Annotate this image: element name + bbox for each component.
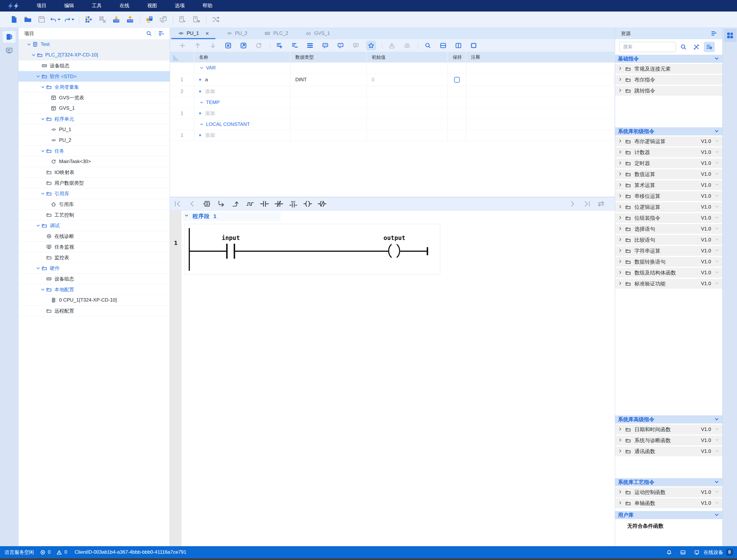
resource-section-header[interactable]: 系统库工艺指令 [615, 478, 722, 486]
chevron-right-icon[interactable] [618, 150, 623, 155]
data-type-cell[interactable] [290, 130, 367, 141]
nav-last-icon[interactable] [581, 199, 592, 209]
initial-value-cell[interactable] [367, 130, 448, 141]
tree-item-0 CPU_1[T324-XP-CD-10][interactable]: 0 CPU_1[T324-XP-CD-10] [18, 295, 170, 306]
chevron-down-icon[interactable] [184, 213, 190, 219]
expand-all-icon[interactable] [710, 29, 718, 38]
version-dropdown-icon[interactable] [715, 215, 720, 221]
search-icon[interactable] [423, 41, 433, 50]
select-all-corner[interactable] [170, 52, 194, 63]
chevron-down-icon[interactable] [714, 417, 719, 422]
dropdown-caret-icon[interactable] [58, 19, 61, 20]
version-dropdown-icon[interactable] [715, 150, 720, 155]
resource-item-标准验证功能[interactable]: 标准验证功能V1.0 [615, 279, 722, 289]
resource-item-系统与诊断函数[interactable]: 系统与诊断函数V1.0 [615, 436, 722, 445]
find-references-icon[interactable] [402, 41, 412, 50]
chevron-right-icon[interactable] [618, 501, 623, 506]
chevron-down-icon[interactable] [199, 65, 204, 71]
contact-not-icon[interactable]: NOT [288, 199, 299, 209]
variable-group-row[interactable]: LOCAL CONSTANT [170, 119, 615, 130]
version-dropdown-icon[interactable] [715, 281, 720, 286]
version-dropdown-icon[interactable] [715, 270, 720, 275]
chevron-down-icon[interactable] [714, 129, 719, 134]
resource-item-数值运算[interactable]: 数值运算V1.0 [615, 169, 722, 179]
variable-name-cell[interactable]: 添加 [194, 86, 290, 97]
comment-cell[interactable] [466, 130, 615, 141]
version-dropdown-icon[interactable] [715, 449, 720, 454]
tree-item-MainTask<30>[interactable]: MainTask<30> [18, 156, 170, 167]
resource-item-数据转换语句[interactable]: 数据转换语句V1.0 [615, 257, 722, 267]
data-type-cell[interactable]: DINT [290, 73, 367, 86]
contact-icon[interactable] [234, 244, 235, 259]
nav-prev-icon[interactable] [187, 199, 198, 209]
contact-nc-icon[interactable] [273, 199, 285, 209]
chevron-down-icon[interactable] [714, 512, 719, 518]
resource-search-input[interactable] [619, 42, 676, 52]
initial-value-cell[interactable] [367, 86, 448, 97]
variable-group-row[interactable]: VAR [170, 63, 615, 73]
tree-item-调试[interactable]: 调试 [18, 220, 170, 231]
chevron-right-icon[interactable] [618, 248, 623, 253]
move-up-icon[interactable] [193, 41, 203, 50]
chevron-down-icon[interactable] [199, 100, 204, 105]
chevron-right-icon[interactable] [618, 194, 623, 199]
coil-operand[interactable]: output [383, 234, 405, 241]
data-type-cell[interactable] [290, 86, 367, 97]
retain-cell[interactable] [448, 130, 466, 141]
tree-item-IO映射表[interactable]: IO映射表 [18, 167, 170, 178]
tree-item-GVS_1[interactable]: GVS_1 [18, 103, 170, 114]
chevron-right-icon[interactable] [618, 259, 623, 264]
chevron-right-icon[interactable] [618, 88, 623, 93]
output-panel-icon[interactable] [679, 549, 686, 556]
download-to-plc-icon[interactable] [111, 14, 121, 25]
resource-item-字符串运算[interactable]: 字符串运算V1.0 [615, 246, 722, 256]
ladder-canvas[interactable]: 1 程序段 1 input output [170, 211, 615, 546]
variable-name-cell[interactable]: a [194, 73, 290, 86]
version-dropdown-icon[interactable] [715, 259, 720, 264]
contact-icon[interactable] [226, 244, 228, 259]
swap-operands-icon[interactable] [595, 199, 607, 209]
network-header[interactable]: 程序段 1 [183, 212, 281, 221]
menu-item[interactable]: 工具 [83, 0, 111, 12]
tree-item-硬件[interactable]: 硬件 [18, 263, 170, 274]
refresh-icon[interactable] [254, 41, 264, 50]
chevron-down-icon[interactable] [35, 73, 41, 79]
version-dropdown-icon[interactable] [715, 501, 720, 506]
chevron-right-icon[interactable] [618, 139, 623, 144]
data-type-cell[interactable] [290, 108, 367, 119]
chevron-right-icon[interactable] [618, 172, 623, 177]
resource-item-布尔逻辑运算[interactable]: 布尔逻辑运算V1.0 [615, 137, 722, 146]
coil-icon[interactable] [302, 199, 313, 209]
tree-item-引用库[interactable]: 引用库 [18, 199, 170, 210]
variable-row[interactable]: 1添加 [170, 130, 615, 141]
variable-name-cell[interactable]: 添加 [194, 130, 290, 141]
rung-network[interactable]: input output [184, 224, 440, 275]
row-list-icon[interactable] [305, 41, 315, 50]
version-dropdown-icon[interactable] [715, 161, 720, 166]
menu-item[interactable]: 帮助 [194, 0, 221, 12]
insert-row-icon[interactable] [275, 41, 284, 50]
tree-item-软件 <STD>[interactable]: 软件 <STD> [18, 71, 170, 82]
resource-item-比较语句[interactable]: 比较语句V1.0 [615, 235, 722, 245]
chevron-down-icon[interactable] [40, 116, 46, 122]
new-file-icon[interactable] [9, 14, 19, 25]
tree-item-设备组态[interactable]: 设备组态 [18, 274, 170, 284]
resource-item-布尔指令[interactable]: 布尔指令 [615, 75, 722, 85]
menu-item[interactable]: 项目 [28, 0, 55, 12]
redo-icon[interactable] [64, 14, 74, 25]
cross-swap-icon[interactable] [210, 14, 221, 25]
tree-item-全局变量集[interactable]: 全局变量集 [18, 82, 170, 92]
initial-value-cell[interactable] [367, 108, 448, 119]
tab-GVS_1[interactable]: (x)GVS_1 [298, 28, 336, 39]
export-icon[interactable] [239, 41, 248, 50]
chevron-down-icon[interactable] [40, 84, 46, 90]
resource-item-常规及连接元素[interactable]: 常规及连接元素 [615, 64, 722, 74]
variable-name[interactable]: 添加 [205, 110, 215, 117]
pulse-detect-icon[interactable] [244, 199, 256, 209]
chevron-down-icon[interactable] [714, 480, 719, 485]
nav-next-icon[interactable] [566, 199, 578, 209]
search-icon[interactable] [145, 29, 153, 38]
tab-PU_1[interactable]: </>PU_1✕ [171, 28, 216, 39]
chevron-right-icon[interactable] [618, 77, 623, 82]
dropdown-caret-icon[interactable] [71, 19, 74, 20]
